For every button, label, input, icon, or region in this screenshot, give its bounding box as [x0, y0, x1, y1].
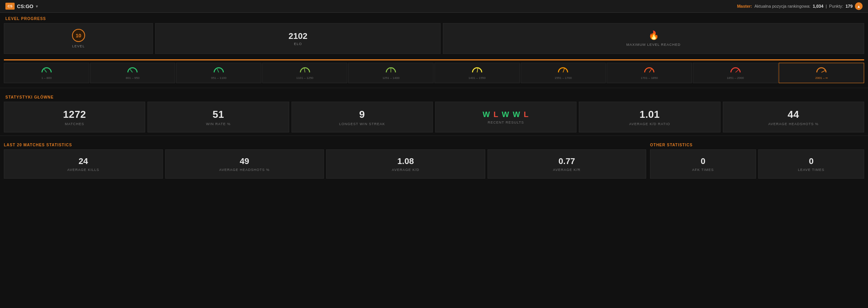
tier-1-range: 1 – 800 [41, 76, 52, 80]
svg-line-9 [821, 70, 825, 72]
streak-card: 9 LONGEST WIN STREAK [292, 102, 433, 132]
leave-times-value: 0 [809, 156, 813, 166]
tier-10: 2001 – ∞ [779, 63, 864, 83]
recent-results-card: W L W W L RECENT RESULTS [435, 102, 576, 132]
max-level-card: 🔥 MAXIMUM LEVEL REACHED [443, 23, 864, 54]
level-number: 10 [75, 33, 81, 38]
divider-2 [0, 136, 868, 136]
tier-10-range: 2001 – ∞ [815, 76, 828, 80]
streak-value: 9 [359, 109, 365, 121]
points-value: 179 [846, 4, 853, 8]
tier-8: 1701 – 1850 [607, 63, 692, 83]
svg-line-7 [649, 69, 652, 72]
tier-10-gauge [815, 66, 828, 75]
result-l1: L [494, 110, 499, 119]
win-rate-label: WIN RATE % [206, 122, 231, 126]
result-w2: W [502, 110, 510, 119]
tier-3: 951 – 1100 [176, 63, 261, 83]
avg-kd-value: 1.08 [397, 156, 414, 166]
tier-5: 1251 – 1400 [348, 63, 434, 83]
result-w1: W [483, 110, 491, 119]
last20-label: LAST 20 MATCHES STATISTICS [4, 143, 646, 147]
points-label: Punkty: [829, 4, 843, 8]
afk-times-label: AFK TIMES [692, 168, 714, 172]
level-icon: 10 [72, 29, 85, 42]
rank-label: Master: [737, 4, 752, 8]
avg-kd-card: 1.08 AVERAGE K/D [326, 149, 485, 179]
svg-line-1 [130, 69, 132, 72]
main-stats-section: 1272 MATCHES 51 WIN RATE % 9 LONGEST WIN… [0, 102, 868, 132]
win-rate-card: 51 WIN RATE % [147, 102, 289, 132]
tier-1: 1 – 800 [4, 63, 89, 83]
tier-4-range: 1101 – 1250 [296, 76, 313, 80]
stats-cards: 1272 MATCHES 51 WIN RATE % 9 LONGEST WIN… [4, 102, 864, 132]
header-rank-info: Master: Aktualna pozycja rankingowa: 1,0… [737, 2, 863, 10]
svg-line-8 [736, 70, 739, 72]
svg-line-0 [44, 69, 47, 72]
rank-value: 1,034 [813, 4, 824, 8]
tier-1-gauge [40, 66, 53, 75]
tier-7-range: 1551 – 1700 [555, 76, 572, 80]
points-separator: | [826, 4, 827, 8]
headshots-label: AVERAGE HEADSHOTS % [768, 122, 819, 126]
avg-kr-label: AVERAGE K/R [553, 168, 580, 172]
avg-kills-card: 24 AVERAGE KILLS [4, 149, 163, 179]
divider-1 [0, 88, 868, 88]
tier-8-range: 1701 – 1850 [641, 76, 658, 80]
last20-cards: 24 AVERAGE KILLS 49 AVERAGE HEADSHOTS % … [4, 149, 646, 179]
tier-6-gauge [471, 66, 483, 75]
tier-7-gauge [557, 66, 569, 75]
elo-label: ELO [294, 42, 302, 46]
leave-times-card: 0 LEAVE TIMES [758, 149, 864, 179]
main-stats-label: STATYSTYKI GŁÓWNE [0, 91, 868, 102]
tier-9-range: 1851 – 2000 [727, 76, 744, 80]
other-stats-label: OTHER STATISTICS [650, 143, 864, 147]
tier-2-range: 801 – 950 [126, 76, 140, 80]
kd-ratio-card: 1.01 AVERAGE K/D RATIO [579, 102, 720, 132]
tier-3-range: 951 – 1100 [211, 76, 226, 80]
avg-kr-value: 0.77 [558, 156, 575, 166]
logo[interactable]: CS CS:GO ▾ [5, 3, 38, 10]
rank-description: Aktualna pozycja rankingowa: [754, 4, 811, 8]
tier-8-gauge [643, 66, 655, 75]
recent-results-value: W L W W L [483, 110, 529, 119]
level-tiers: 1 – 800 801 – 950 951 – 1100 1101 – 1250 [0, 63, 868, 85]
kd-ratio-value: 1.01 [640, 109, 660, 121]
avg-headshots-value: 49 [240, 156, 249, 166]
kd-ratio-label: AVERAGE K/D RATIO [629, 122, 670, 126]
other-stats-cards: 0 AFK TIMES 0 LEAVE TIMES [650, 149, 864, 179]
tier-2: 801 – 950 [90, 63, 176, 83]
level-progress-section: 10 LEVEL 2102 ELO 🔥 MAXIMUM LEVEL REACHE… [0, 23, 868, 59]
headshots-value: 44 [788, 109, 799, 121]
recent-results-label: RECENT RESULTS [488, 121, 524, 124]
matches-card: 1272 MATCHES [4, 102, 145, 132]
avg-kills-label: AVERAGE KILLS [67, 168, 99, 172]
tier-2-gauge [126, 66, 139, 75]
tier-6-range: 1401 – 1550 [469, 76, 486, 80]
svg-line-5 [477, 68, 478, 72]
streak-label: LONGEST WIN STREAK [339, 122, 385, 126]
matches-label: MATCHES [65, 122, 84, 126]
svg-line-2 [217, 69, 219, 72]
header: CS CS:GO ▾ Master: Aktualna pozycja rank… [0, 0, 868, 13]
fire-icon: 🔥 [648, 30, 659, 40]
dropdown-arrow[interactable]: ▾ [36, 4, 38, 8]
headshots-card: 44 AVERAGE HEADSHOTS % [723, 102, 864, 132]
avg-kd-label: AVERAGE K/D [392, 168, 419, 172]
elo-card: 2102 ELO [155, 23, 441, 54]
svg-line-3 [304, 68, 305, 72]
leave-times-label: LEAVE TIMES [798, 168, 824, 172]
tier-5-range: 1251 – 1400 [382, 76, 400, 80]
elo-value: 2102 [288, 31, 307, 41]
last20-section: LAST 20 MATCHES STATISTICS 24 AVERAGE KI… [4, 143, 646, 179]
logo-text: CS:GO [17, 3, 34, 9]
csgo-icon: CS [5, 3, 15, 10]
afk-times-value: 0 [700, 156, 705, 166]
tier-4: 1101 – 1250 [262, 63, 348, 83]
tier-3-gauge [213, 66, 225, 75]
afk-times-card: 0 AFK TIMES [650, 149, 756, 179]
level-card: 10 LEVEL [4, 23, 153, 54]
tier-7: 1551 – 1700 [521, 63, 606, 83]
max-level-label: MAXIMUM LEVEL REACHED [626, 43, 680, 47]
avg-kr-card: 0.77 AVERAGE K/R [488, 149, 647, 179]
